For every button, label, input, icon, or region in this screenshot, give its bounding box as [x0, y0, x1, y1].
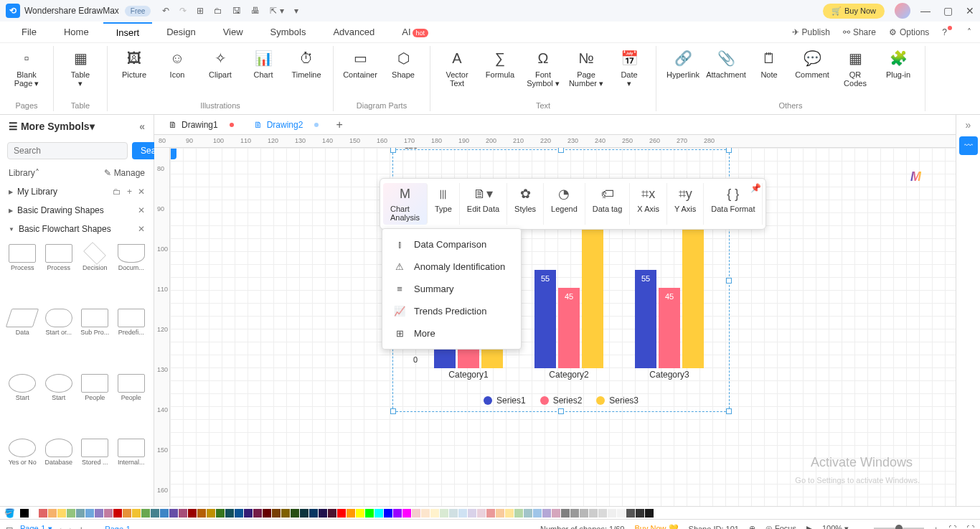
color-swatch[interactable]	[533, 509, 542, 518]
undo-icon[interactable]: ↶	[162, 6, 169, 16]
color-swatch[interactable]	[421, 509, 430, 518]
menu-item-trends-prediction[interactable]: 📈Trends Prediction	[382, 300, 521, 322]
ribbon-container-button[interactable]: ▭Container	[339, 46, 381, 82]
color-swatch[interactable]	[300, 509, 308, 518]
color-swatch[interactable]	[542, 509, 551, 518]
shape-stencil[interactable]: Start	[6, 374, 39, 436]
color-swatch[interactable]	[468, 509, 476, 518]
menu-item-more[interactable]: ⊞More	[382, 322, 521, 345]
ribbon-shape-button[interactable]: ⬡Shape	[382, 46, 424, 82]
color-swatch[interactable]	[356, 509, 364, 518]
shape-stencil[interactable]: Process	[6, 244, 39, 306]
color-swatch[interactable]	[505, 509, 514, 518]
shape-stencil[interactable]: People	[115, 374, 149, 436]
ai-panel-icon[interactable]: 〰	[959, 136, 978, 155]
shape-stencil[interactable]: Yes or No	[6, 439, 39, 500]
color-swatch[interactable]	[48, 509, 57, 518]
resize-handle[interactable]	[726, 408, 732, 414]
color-swatch[interactable]	[608, 509, 616, 518]
color-swatch[interactable]	[570, 509, 579, 518]
color-swatch[interactable]	[244, 509, 253, 518]
shape-stencil[interactable]: Internal...	[115, 439, 149, 500]
prev-page-icon[interactable]: ‹	[60, 525, 62, 530]
color-swatch[interactable]	[67, 509, 75, 518]
ribbon-picture-button[interactable]: 🖼Picture	[113, 46, 155, 82]
presentation-icon[interactable]: ▶	[806, 524, 812, 529]
color-swatch[interactable]	[449, 509, 458, 518]
fullscreen-icon[interactable]: ⛶	[966, 525, 974, 530]
color-swatch[interactable]	[291, 509, 299, 518]
tab-drawing1[interactable]: 🗎 Drawing1	[159, 117, 244, 133]
color-swatch[interactable]	[496, 509, 504, 518]
color-swatch[interactable]	[216, 509, 225, 518]
color-swatch[interactable]	[207, 509, 215, 518]
chart-toolbar-x-button[interactable]: ⌗xX Axis	[630, 183, 667, 225]
sidebar-cat-my-library[interactable]: My Library 🗀+✕	[0, 182, 154, 201]
shape-stencil[interactable]: Sub Pro...	[78, 309, 112, 370]
publish-button[interactable]: ✈ Publish	[792, 27, 830, 37]
chart-toolbar-edit-button[interactable]: 🗎▾Edit Data	[460, 183, 507, 225]
ribbon-date-button[interactable]: 📅Date▾	[608, 46, 650, 90]
color-swatch[interactable]	[160, 509, 169, 518]
avatar[interactable]	[895, 3, 910, 19]
color-swatch[interactable]	[589, 509, 598, 518]
ribbon-note-button[interactable]: 🗒Note	[748, 46, 790, 82]
ribbon-font-button[interactable]: ΩFontSymbol ▾	[522, 46, 564, 90]
color-swatch[interactable]	[374, 509, 383, 518]
focus-button[interactable]: ◎ Focus	[765, 524, 796, 529]
color-swatch[interactable]	[645, 509, 654, 518]
color-swatch[interactable]	[272, 509, 281, 518]
add-page-icon[interactable]: +	[79, 525, 83, 530]
color-swatch[interactable]	[309, 509, 318, 518]
ribbon-blank-button[interactable]: ▫BlankPage ▾	[6, 46, 47, 90]
bar[interactable]: 55	[635, 270, 656, 368]
ribbon-table-button[interactable]: ▦Table▾	[60, 46, 101, 90]
color-swatch[interactable]	[281, 509, 290, 518]
shape-stencil[interactable]: People	[78, 374, 112, 436]
shape-stencil[interactable]: Database	[42, 439, 76, 500]
color-swatch[interactable]	[85, 509, 94, 518]
color-swatch[interactable]	[430, 509, 439, 518]
color-swatch[interactable]	[39, 509, 47, 518]
color-swatch[interactable]	[486, 509, 495, 518]
close-icon[interactable]: ✕	[966, 5, 974, 17]
next-page-icon[interactable]: ›	[69, 525, 72, 530]
color-swatch[interactable]	[337, 509, 346, 518]
buy-now-button[interactable]: 🛒 Buy Now	[823, 4, 885, 19]
color-swatch[interactable]	[104, 509, 113, 518]
menu-home[interactable]: Home	[51, 23, 102, 41]
menu-item-anomaly-identification[interactable]: ⚠Anomaly Identification	[382, 256, 521, 278]
tab-drawing2[interactable]: 🗎 Drawing2	[244, 117, 329, 133]
bar[interactable]: 55	[534, 270, 556, 368]
ribbon-icon-button[interactable]: ☺Icon	[156, 46, 198, 82]
color-swatch[interactable]	[179, 509, 187, 518]
add-tab-button[interactable]: +	[329, 116, 349, 134]
legend-item[interactable]: Series1	[484, 395, 526, 406]
color-swatch[interactable]	[29, 509, 38, 518]
menu-item-data-comparison[interactable]: ⫿Data Comparison	[382, 233, 521, 256]
menu-symbols[interactable]: Symbols	[258, 23, 319, 41]
menu-design[interactable]: Design	[154, 23, 208, 41]
ribbon-comment-button[interactable]: 💬Comment	[791, 46, 833, 82]
ribbon-plug-in-button[interactable]: 🧩Plug-in	[877, 46, 919, 82]
close-cat-icon[interactable]: ✕	[138, 224, 145, 234]
canvas[interactable]: M 020406080100120 554595554595 Category1…	[170, 148, 956, 506]
zoom-in-icon[interactable]: +	[934, 525, 938, 530]
search-input[interactable]	[7, 142, 128, 159]
color-swatch[interactable]	[552, 509, 560, 518]
shape-stencil[interactable]: Stored ...	[78, 439, 112, 500]
close-cat-icon[interactable]: ✕	[138, 187, 145, 197]
color-swatch[interactable]	[197, 509, 206, 518]
fit-page-icon[interactable]: ⛶	[948, 525, 956, 530]
ribbon-qr-button[interactable]: ▦QRCodes	[834, 46, 876, 90]
ribbon-page-button[interactable]: №PageNumber ▾	[565, 46, 607, 90]
color-swatch[interactable]	[113, 509, 122, 518]
save-icon[interactable]: 🖫	[232, 6, 241, 16]
color-swatch[interactable]	[561, 509, 570, 518]
chart-toolbar-data-button[interactable]: 🏷Data tag	[585, 183, 631, 225]
manage-button[interactable]: ✎ Manage	[104, 168, 145, 178]
chart-toolbar-type-button[interactable]: ⫼Type	[428, 183, 460, 225]
ribbon-formula-button[interactable]: ∑Formula	[479, 46, 521, 82]
shape-stencil[interactable]: Start	[42, 374, 76, 436]
minimize-icon[interactable]: —	[920, 5, 930, 17]
